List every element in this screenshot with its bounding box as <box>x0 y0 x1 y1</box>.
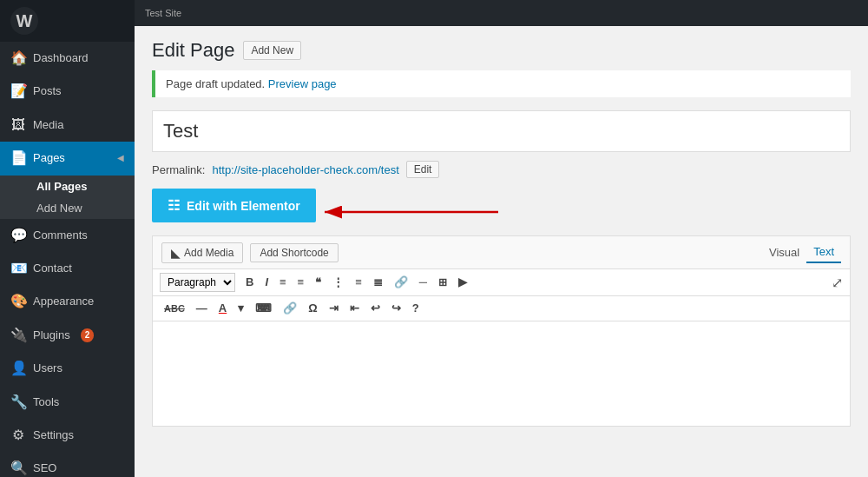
preview-page-link[interactable]: Preview page <box>268 77 337 90</box>
sidebar-item-media[interactable]: 🖼 Media <box>0 109 135 142</box>
sidebar-item-label: Comments <box>33 228 88 243</box>
text-color-button[interactable]: A <box>214 299 231 318</box>
page-title-input[interactable] <box>152 110 851 152</box>
sidebar-item-label: SEO <box>33 460 56 476</box>
embed-button[interactable]: ▶ <box>454 273 471 292</box>
expand-button[interactable]: ⤢ <box>832 275 843 291</box>
paste-from-word-button[interactable]: ⌨ <box>251 299 276 318</box>
text-color-picker[interactable]: ▾ <box>233 299 248 318</box>
elementor-btn-label: Edit with Elementor <box>187 199 300 213</box>
add-shortcode-button[interactable]: Add Shortcode <box>250 243 338 262</box>
horizontal-rule-button[interactable]: ─ <box>415 273 431 292</box>
sidebar-item-label: Pages <box>33 150 65 166</box>
outdent-button[interactable]: ⇤ <box>345 299 364 318</box>
sidebar-item-label: Settings <box>33 427 74 443</box>
insert-link-button[interactable]: 🔗 <box>279 299 301 318</box>
blockquote-button[interactable]: ❝ <box>311 273 326 292</box>
permalink-url: http://site-placeholder-check.com/test <box>212 163 398 176</box>
tools-icon: 🔧 <box>10 393 26 412</box>
plugins-icon: 🔌 <box>10 326 26 345</box>
sidebar-item-dashboard[interactable]: 🏠 Dashboard <box>0 42 135 75</box>
page-title: Edit Page <box>152 39 234 62</box>
media-icon: 🖼 <box>10 116 26 135</box>
bold-button[interactable]: B <box>241 273 258 292</box>
users-icon: 👤 <box>10 359 26 378</box>
sidebar-item-label: Tools <box>33 394 59 410</box>
sidebar-item-posts[interactable]: 📝 Posts <box>0 75 135 108</box>
admin-topbar: Test Site <box>135 0 868 26</box>
add-media-button[interactable]: ◣ Add Media <box>161 242 243 263</box>
help-button[interactable]: ? <box>408 299 424 318</box>
sidebar-item-plugins[interactable]: 🔌 Plugins 2 <box>0 319 135 352</box>
indent-button[interactable]: ⇥ <box>325 299 343 318</box>
edit-with-elementor-button[interactable]: ☷ Edit with Elementor <box>152 189 316 222</box>
editor-tabs: Visual Text <box>762 242 841 263</box>
sidebar-item-settings[interactable]: ⚙ Settings <box>0 419 135 452</box>
sidebar-item-label: Appearance <box>33 294 94 309</box>
sidebar-item-comments[interactable]: 💬 Comments <box>0 219 135 252</box>
sidebar-item-seo[interactable]: 🔍 SEO <box>0 452 135 477</box>
format-select[interactable]: Paragraph <box>160 273 235 292</box>
pages-arrow: ◀ <box>117 152 124 164</box>
seo-icon: 🔍 <box>10 459 26 477</box>
sub-add-new[interactable]: Add New <box>26 197 135 219</box>
elementor-btn-container: ☷ Edit with Elementor <box>152 189 316 235</box>
em-dash-button[interactable]: — <box>192 299 212 318</box>
contact-icon: 📧 <box>10 259 26 278</box>
sidebar-item-label: Users <box>33 361 62 376</box>
undo-button[interactable]: ↩ <box>366 299 385 318</box>
posts-icon: 📝 <box>10 82 26 101</box>
permalink-row: Permalink: http://site-placeholder-check… <box>152 161 851 178</box>
table-button[interactable]: ⊞ <box>434 274 451 292</box>
editor-topbar-left: ◣ Add Media Add Shortcode <box>161 242 339 263</box>
dashboard-icon: 🏠 <box>10 49 26 68</box>
wp-editor: ◣ Add Media Add Shortcode Visual Text Pa… <box>152 235 851 427</box>
editor-topbar: ◣ Add Media Add Shortcode Visual Text <box>153 236 850 269</box>
unordered-list-button[interactable]: ≡ <box>275 273 291 292</box>
comments-icon: 💬 <box>10 226 26 245</box>
ordered-list-button[interactable]: ≡ <box>293 273 309 292</box>
pages-icon: 📄 <box>10 149 26 168</box>
sidebar-item-users[interactable]: 👤 Users <box>0 352 135 385</box>
permalink-label: Permalink: <box>152 163 205 176</box>
align-left-button[interactable]: ⋮ <box>328 273 348 292</box>
pages-submenu: All Pages Add New <box>0 176 135 219</box>
redo-button[interactable]: ↪ <box>387 299 405 318</box>
align-center-button[interactable]: ≡ <box>351 273 366 292</box>
main-content: Test Site Edit Page Add New Page draft u… <box>135 0 868 477</box>
link-button[interactable]: 🔗 <box>390 273 412 292</box>
add-media-icon: ◣ <box>171 246 181 260</box>
sidebar-item-label: Plugins <box>33 328 70 343</box>
page-header: Edit Page Add New <box>152 39 851 62</box>
plugins-badge: 2 <box>81 328 95 342</box>
topbar-site[interactable]: Test Site <box>145 8 181 18</box>
text-tab[interactable]: Text <box>806 242 841 263</box>
visual-tab[interactable]: Visual <box>762 242 806 262</box>
red-arrow-annotation <box>316 195 507 229</box>
settings-icon: ⚙ <box>10 426 26 445</box>
permalink-edit-button[interactable]: Edit <box>406 161 440 178</box>
sidebar-item-pages[interactable]: 📄 Pages ◀ <box>0 142 135 175</box>
update-notice: Page draft updated. Preview page <box>152 70 851 97</box>
italic-button[interactable]: I <box>260 273 273 292</box>
wordpress-logo: W <box>10 7 38 35</box>
sub-all-pages[interactable]: All Pages <box>26 176 135 197</box>
add-media-label: Add Media <box>184 247 233 259</box>
sidebar-item-label: Posts <box>33 83 62 99</box>
add-new-button[interactable]: Add New <box>243 41 301 60</box>
sidebar-item-contact[interactable]: 📧 Contact <box>0 252 135 285</box>
sidebar-item-label: Contact <box>33 261 72 276</box>
align-right-button[interactable]: ≣ <box>369 273 387 292</box>
sidebar-item-label: Media <box>33 117 63 133</box>
strikethrough-button[interactable]: ABC <box>160 301 189 317</box>
content-area: Edit Page Add New Page draft updated. Pr… <box>135 26 868 477</box>
notice-text: Page draft updated. <box>166 77 265 90</box>
editor-toolbar-row1: Paragraph B I ≡ ≡ ❝ ⋮ ≡ ≣ 🔗 ─ ⊞ ▶ ⤢ <box>153 269 850 296</box>
editor-body[interactable] <box>153 321 850 426</box>
editor-toolbar-row2: ABC — A ▾ ⌨ 🔗 Ω ⇥ ⇤ ↩ ↪ ? <box>153 296 850 321</box>
wp-logo-area: W <box>0 0 135 42</box>
special-char-button[interactable]: Ω <box>304 299 321 318</box>
sidebar-item-tools[interactable]: 🔧 Tools <box>0 386 135 419</box>
elementor-icon: ☷ <box>168 197 180 214</box>
sidebar-item-appearance[interactable]: 🎨 Appearance <box>0 285 135 318</box>
